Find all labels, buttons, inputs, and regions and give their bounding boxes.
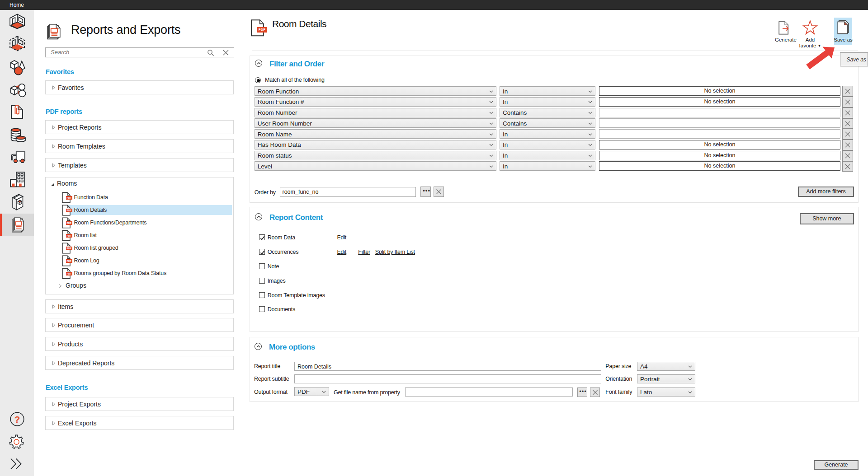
svg-text:?: ? [14,414,20,425]
